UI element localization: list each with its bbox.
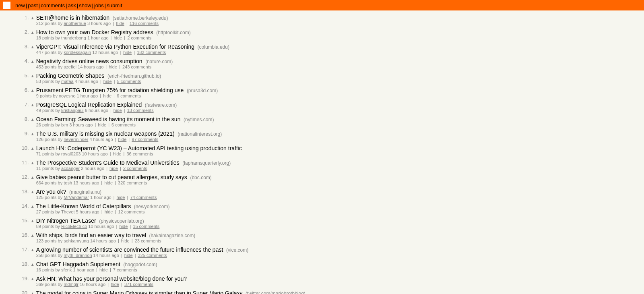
vote-arrow[interactable]: ▲ xyxy=(31,146,35,151)
story-user[interactable]: acdanger xyxy=(61,166,80,171)
nav-past[interactable]: past xyxy=(28,2,38,8)
story-user[interactable]: noyesno xyxy=(59,93,76,98)
vote-arrow[interactable]: ▲ xyxy=(31,117,35,122)
story-title-link[interactable]: Launch HN: Codeparrot (YC W23) – Automat… xyxy=(36,145,242,151)
story-hide[interactable]: hide xyxy=(109,64,117,69)
story-title-link[interactable]: Packing Geometric Shapes xyxy=(36,72,105,79)
story-comments[interactable]: 243 comments xyxy=(122,64,151,69)
story-comments[interactable]: 5 comments xyxy=(117,79,141,84)
vote-arrow[interactable]: ▲ xyxy=(31,204,35,209)
vote-arrow[interactable]: ▲ xyxy=(31,175,35,180)
story-title-link[interactable]: ViperGPT: Visual Inference via Python Ex… xyxy=(36,43,194,50)
story-user[interactable]: MrVandemar xyxy=(64,195,89,200)
story-title-link[interactable]: With ships, birds find an easier way to … xyxy=(36,232,146,238)
story-hide[interactable]: hide xyxy=(114,35,122,40)
nav-comments[interactable]: comments xyxy=(41,2,65,8)
vote-arrow[interactable]: ▲ xyxy=(31,74,35,78)
story-comments[interactable]: 320 comments xyxy=(118,180,147,185)
story-hide[interactable]: hide xyxy=(111,282,119,287)
story-comments[interactable]: 2 comments xyxy=(127,35,151,40)
story-comments[interactable]: 74 comments xyxy=(130,195,157,200)
story-user[interactable]: tosh xyxy=(64,180,72,185)
story-user[interactable]: anotherhue xyxy=(64,21,86,26)
story-hide[interactable]: hide xyxy=(120,224,128,229)
story-user[interactable]: sfenk xyxy=(61,267,72,272)
story-comments[interactable]: 13 comments xyxy=(127,108,154,113)
nav-jobs[interactable]: jobs xyxy=(94,2,104,8)
story-user[interactable]: RicoElectrico xyxy=(61,224,87,229)
story-user[interactable]: mafaa xyxy=(61,79,74,84)
story-comments[interactable]: 6 comments xyxy=(117,93,141,98)
nav-submit[interactable]: submit xyxy=(107,2,122,8)
story-title-link[interactable]: Negativity drives online news consumptio… xyxy=(36,58,142,64)
story-title-link[interactable]: The Prospective Student's Guide to Medie… xyxy=(36,159,180,166)
story-comments[interactable]: 182 comments xyxy=(137,50,166,55)
story-title-link[interactable]: Ask HN: What has your personal website/b… xyxy=(36,275,187,282)
story-user[interactable]: kordlessagain xyxy=(64,50,91,55)
story-user[interactable]: kristianpaul xyxy=(61,108,84,113)
story-comments[interactable]: 97 comments xyxy=(132,137,158,142)
story-comments[interactable]: 36 comments xyxy=(126,151,153,156)
story-comments[interactable]: 6 comments xyxy=(111,122,136,127)
story-comments[interactable]: 325 comments xyxy=(138,253,167,258)
story-comments[interactable]: 116 comments xyxy=(130,21,159,26)
story-hide[interactable]: hide xyxy=(103,79,112,84)
nav-show[interactable]: show xyxy=(79,2,91,8)
vote-arrow[interactable]: ▲ xyxy=(31,88,35,93)
story-user[interactable]: Thevet xyxy=(61,209,75,214)
vote-arrow[interactable]: ▲ xyxy=(31,30,35,35)
story-title-link[interactable]: Chat GPT Haggadah Supplement xyxy=(36,261,120,267)
story-user[interactable]: sohkamyung xyxy=(64,238,89,243)
nav-new[interactable]: new xyxy=(15,2,25,8)
story-hide[interactable]: hide xyxy=(114,108,122,113)
vote-arrow[interactable]: ▲ xyxy=(31,132,35,136)
story-title-link[interactable]: PostgreSQL Logical Replication Explained xyxy=(36,101,142,108)
story-user[interactable]: thunderbong xyxy=(61,35,86,40)
story-user[interactable]: lxm xyxy=(61,122,68,127)
story-title-link[interactable]: The model for coins in Super Mario Odyss… xyxy=(36,290,243,294)
story-hide[interactable]: hide xyxy=(117,195,125,200)
story-comments[interactable]: 371 comments xyxy=(124,282,153,287)
vote-arrow[interactable]: ▲ xyxy=(31,291,35,294)
story-hide[interactable]: hide xyxy=(121,238,130,243)
vote-arrow[interactable]: ▲ xyxy=(31,277,35,281)
story-title-link[interactable]: How to own your own Docker Registry addr… xyxy=(36,29,153,35)
story-hide[interactable]: hide xyxy=(123,50,132,55)
story-hide[interactable]: hide xyxy=(103,93,111,98)
story-hide[interactable]: hide xyxy=(118,137,126,142)
story-comments[interactable]: 2 comments xyxy=(123,166,147,171)
story-title-link[interactable]: Ocean Farming: Seaweed is having its mom… xyxy=(36,116,181,122)
story-hide[interactable]: hide xyxy=(113,151,122,156)
vote-arrow[interactable]: ▲ xyxy=(31,59,35,64)
story-title-link[interactable]: The U.S. military is missing six nuclear… xyxy=(36,130,175,137)
story-hide[interactable]: hide xyxy=(105,209,113,214)
vote-arrow[interactable]: ▲ xyxy=(31,262,35,267)
story-hide[interactable]: hide xyxy=(116,21,124,26)
story-title-link[interactable]: Give babies peanut butter to cut peanut … xyxy=(36,174,187,180)
nav-ask[interactable]: ask xyxy=(68,2,76,8)
story-user[interactable]: neverminder xyxy=(64,137,88,142)
story-title-link[interactable]: DIY Nitrogen TEA Laser xyxy=(36,217,96,224)
vote-arrow[interactable]: ▲ xyxy=(31,16,35,20)
story-comments[interactable]: 23 comments xyxy=(135,238,161,243)
story-hide[interactable]: hide xyxy=(104,180,113,185)
vote-arrow[interactable]: ▲ xyxy=(31,248,35,252)
vote-arrow[interactable]: ▲ xyxy=(31,190,35,194)
story-user[interactable]: royal0203 xyxy=(61,151,80,156)
vote-arrow[interactable]: ▲ xyxy=(31,161,35,165)
vote-arrow[interactable]: ▲ xyxy=(31,233,35,238)
story-title-link[interactable]: Are you ok? xyxy=(36,188,66,195)
story-comments[interactable]: 12 comments xyxy=(118,209,144,214)
story-hide[interactable]: hide xyxy=(124,253,133,258)
story-user[interactable]: azefiel xyxy=(64,64,76,69)
story-hide[interactable]: hide xyxy=(99,267,108,272)
story-user[interactable]: myth_drannon xyxy=(64,253,92,258)
story-comments[interactable]: 7 comments xyxy=(113,267,137,272)
story-title-link[interactable]: A growing number of scientists are convi… xyxy=(36,246,223,253)
story-hide[interactable]: hide xyxy=(109,166,118,171)
story-title-link[interactable]: Prusament PETG Tungsten 75% for radiatio… xyxy=(36,87,184,93)
vote-arrow[interactable]: ▲ xyxy=(31,45,35,49)
vote-arrow[interactable]: ▲ xyxy=(31,103,35,107)
vote-arrow[interactable]: ▲ xyxy=(31,219,35,223)
story-title-link[interactable]: The Little-Known World of Caterpillars xyxy=(36,203,131,209)
